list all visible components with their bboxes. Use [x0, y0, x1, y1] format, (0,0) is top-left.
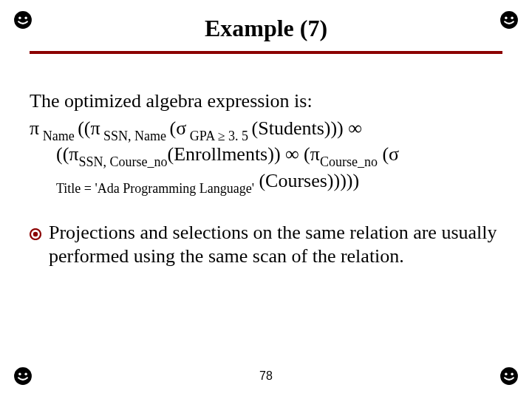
bullet-disc-icon	[30, 228, 41, 240]
expr-line-3: Title = 'Ada Programming Language' (Cour…	[56, 169, 502, 196]
open-paren: (	[170, 117, 177, 139]
svg-point-5	[511, 17, 513, 19]
bullet-text: Projections and selections on the same r…	[49, 221, 502, 269]
enrollments-text: (Enrollments))	[167, 143, 285, 165]
ge-symbol: ≥	[218, 129, 225, 143]
svg-point-0	[14, 11, 32, 29]
pi-symbol: π	[90, 117, 100, 139]
expr-line-1: π Name ((π SSN, Name (σ GPA ≥ 3. 5 (Stud…	[30, 117, 502, 143]
corner-smiley-icon	[13, 10, 33, 30]
pi-sub-course-no: Course_no	[320, 154, 378, 169]
open-paren: ((	[56, 143, 69, 165]
corner-smiley-icon	[499, 10, 519, 30]
algebra-expression: π Name ((π SSN, Name (σ GPA ≥ 3. 5 (Stud…	[30, 117, 502, 196]
infty-symbol: ∞	[348, 117, 362, 139]
intro-text: The optimized algebra expression is:	[30, 89, 502, 114]
svg-point-1	[18, 17, 21, 19]
svg-point-3	[500, 11, 518, 29]
gpa-value: 3. 5	[225, 129, 252, 143]
svg-point-4	[505, 17, 507, 19]
title-rule	[30, 51, 502, 54]
sigma-symbol: σ	[176, 117, 186, 139]
expr-line-2: ((πSSN, Course_no(Enrollments)) ∞ (πCour…	[56, 143, 502, 169]
courses-text: (Courses)))))	[254, 170, 359, 191]
pi-symbol: π	[69, 143, 78, 165]
pi-sub-name: Name	[39, 129, 78, 143]
bullet-item: Projections and selections on the same r…	[30, 221, 502, 269]
svg-point-2	[24, 17, 27, 19]
sigma-symbol: σ	[389, 143, 399, 165]
page-number: 78	[0, 369, 532, 383]
students-text: (Students)))	[252, 117, 349, 139]
infty-symbol: ∞	[285, 143, 299, 165]
open-paren: (	[299, 143, 310, 165]
pi-symbol: π	[310, 143, 320, 165]
svg-point-13	[33, 231, 38, 236]
slide-content: The optimized algebra expression is: π N…	[30, 89, 502, 269]
pi-symbol: π	[30, 117, 39, 139]
sigma-sub-gpa: GPA	[186, 129, 217, 143]
open-paren: ((	[78, 117, 90, 139]
pi-sub-ssn-name: SSN, Name	[100, 129, 170, 143]
slide: Example (7) The optimized algebra expres…	[0, 0, 532, 399]
pi-sub-ssn-course: SSN, Course_no	[78, 154, 167, 169]
slide-title: Example (7)	[30, 15, 502, 42]
open-paren: (	[378, 143, 389, 165]
sigma-sub-title: Title = 'Ada Programming Language'	[56, 181, 254, 196]
